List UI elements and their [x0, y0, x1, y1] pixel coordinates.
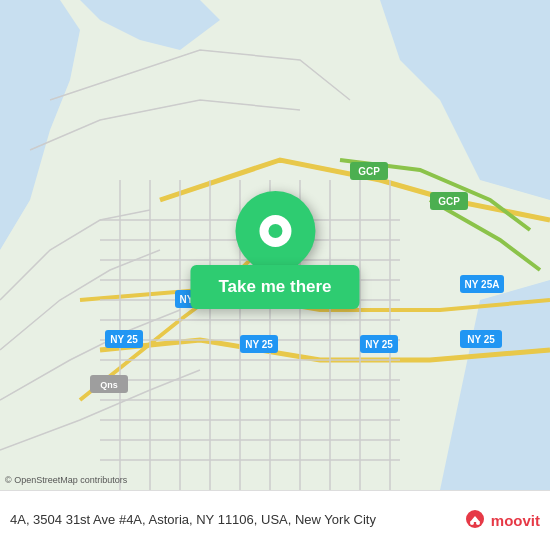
svg-point-47 [476, 521, 480, 525]
svg-text:NY 25: NY 25 [245, 339, 273, 350]
moovit-logo: moovit [463, 509, 540, 533]
location-pin-inner [259, 215, 291, 247]
svg-text:GCP: GCP [438, 196, 460, 207]
svg-text:GCP: GCP [358, 166, 380, 177]
svg-point-46 [470, 521, 474, 525]
bottom-bar: 4A, 3504 31st Ave #4A, Astoria, NY 11106… [0, 490, 550, 550]
address-text: 4A, 3504 31st Ave #4A, Astoria, NY 11106… [10, 511, 463, 529]
svg-text:© OpenStreetMap contributors: © OpenStreetMap contributors [5, 475, 128, 485]
svg-text:NY 25: NY 25 [110, 334, 138, 345]
moovit-brand-text: moovit [491, 512, 540, 529]
svg-text:NY 25A: NY 25A [465, 279, 500, 290]
moovit-icon [463, 509, 487, 533]
svg-text:Qns: Qns [100, 380, 118, 390]
take-me-there-button[interactable]: Take me there [190, 265, 359, 309]
svg-text:NY 25: NY 25 [365, 339, 393, 350]
button-overlay: Take me there [190, 181, 359, 309]
svg-text:NY 25: NY 25 [467, 334, 495, 345]
map-container: GCP GCP NY 25 NY 25 NY 25 NY 25 NY 25A N… [0, 0, 550, 490]
